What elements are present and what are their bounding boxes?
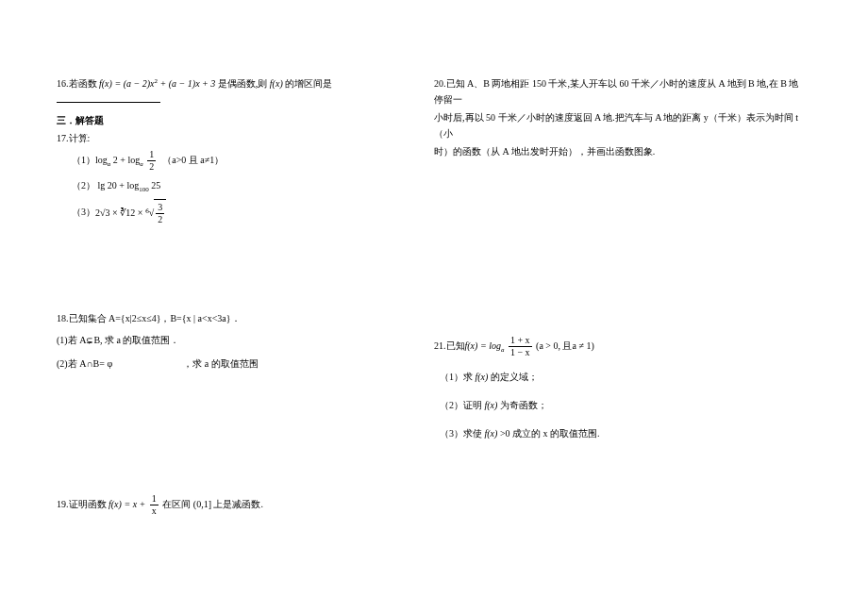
q21-s1: （1）求 f(x) 的定义域； — [434, 368, 802, 387]
q21-expr: f(x) = loga 1 + x 1 − x (a > 0, 且a ≠ 1) — [465, 334, 594, 358]
q17: 17.计算: （1） loga 2 + loga 1 2 （a>0 且 a≠1）… — [57, 130, 387, 225]
q17-s3-label: （3） — [72, 200, 95, 224]
q16-expr: f(x) = (a − 2)x2 + (a − 1)x + 3 — [99, 78, 218, 89]
subset-ne-icon: ⊊ — [86, 334, 93, 348]
q16-suffix: 的增区间是 — [285, 78, 332, 89]
q19-suffix: 上是减函数. — [213, 499, 263, 509]
q18: 18.已知集合 A={x|2≤x≤4}，B={x | a<x<3a}． (1)若… — [57, 310, 387, 372]
right-column: 20.已知 A、B 两地相距 150 千米,某人开车以 60 千米／小时的速度从… — [415, 75, 849, 613]
q16-prefix: 16.若函数 — [57, 78, 97, 89]
exam-page: 16.若函数 f(x) = (a − 2)x2 + (a − 1)x + 3 是… — [0, 0, 868, 613]
q20-l1: 20.已知 A、B 两地相距 150 千米,某人开车以 60 千米／小时的速度从… — [434, 75, 802, 108]
q19-mid: 在区间 — [162, 499, 191, 509]
q20-l3: 时）的函数（从 A 地出发时开始），并画出函数图象. — [434, 143, 802, 159]
frac-half: 1 2 — [147, 150, 156, 172]
q16-blank — [57, 93, 160, 103]
q17-sub1: （1） loga 2 + loga 1 2 （a>0 且 a≠1） — [57, 148, 387, 173]
frac-1-x: 1 x — [150, 494, 159, 516]
q17-sub3: （3） 2√3 × ∛12 × ⁶√ 3 2 — [57, 199, 387, 225]
left-column: 16.若函数 f(x) = (a − 2)x2 + (a − 1)x + 3 是… — [0, 75, 415, 613]
empty-set-icon: φ — [107, 358, 112, 369]
q21: 21.已知 f(x) = loga 1 + x 1 − x (a > 0, 且a… — [434, 334, 802, 443]
q21-title: 21.已知 f(x) = loga 1 + x 1 − x (a > 0, 且a… — [434, 334, 802, 358]
q17-s3-expr: 2√3 × ∛12 × ⁶√ 3 2 — [95, 199, 166, 225]
q18-sub2: (2)若 A∩B= φ ，求 a 的取值范围 — [57, 356, 387, 372]
q21-s2: （2）证明 f(x) 为奇函数； — [434, 396, 802, 415]
q16: 16.若函数 f(x) = (a − 2)x2 + (a − 1)x + 3 是… — [57, 75, 387, 108]
q17-s1-expr: loga 2 + loga 1 2 — [95, 148, 158, 173]
q17-s1-cond: （a>0 且 a≠1） — [162, 148, 224, 173]
q21-prefix: 21.已知 — [434, 334, 465, 358]
q17-s2-label: （2） — [72, 180, 95, 191]
section-3-title: 三．解答题 — [57, 113, 387, 128]
q19: 19.证明函数 f(x) = x + 1 x 在区间 (0,1] 上是减函数. — [57, 494, 387, 516]
q17-title: 17.计算: — [57, 130, 387, 146]
q19-intv: (0,1] — [193, 499, 211, 509]
q17-s2-expr: lg 20 + log100 25 — [98, 180, 161, 191]
q21-s3: （3）求使 f(x) >0 成立的 x 的取值范围. — [434, 424, 802, 443]
q18-title: 18.已知集合 A={x|2≤x≤4}，B={x | a<x<3a}． — [57, 310, 387, 326]
q20-l2: 小时后,再以 50 千米／小时的速度返回 A 地.把汽车与 A 地的距离 y（千… — [434, 109, 802, 141]
q16-fx: f(x) — [270, 78, 283, 89]
q17-s1-label: （1） — [72, 148, 95, 173]
frac-3-2: 3 2 — [156, 203, 164, 224]
q19-expr: f(x) = x + 1 x — [108, 499, 162, 509]
q20: 20.已知 A、B 两地相距 150 千米,某人开车以 60 千米／小时的速度从… — [434, 75, 802, 159]
q19-prefix: 19.证明函数 — [57, 499, 107, 509]
q17-sub2: （2） lg 20 + log100 25 — [57, 176, 387, 195]
frac-1px: 1 + x 1 − x — [509, 336, 532, 357]
q16-mid: 是偶函数,则 — [218, 78, 268, 89]
q18-sub1: (1)若 A⊊B, 求 a 的取值范围． — [57, 332, 387, 348]
